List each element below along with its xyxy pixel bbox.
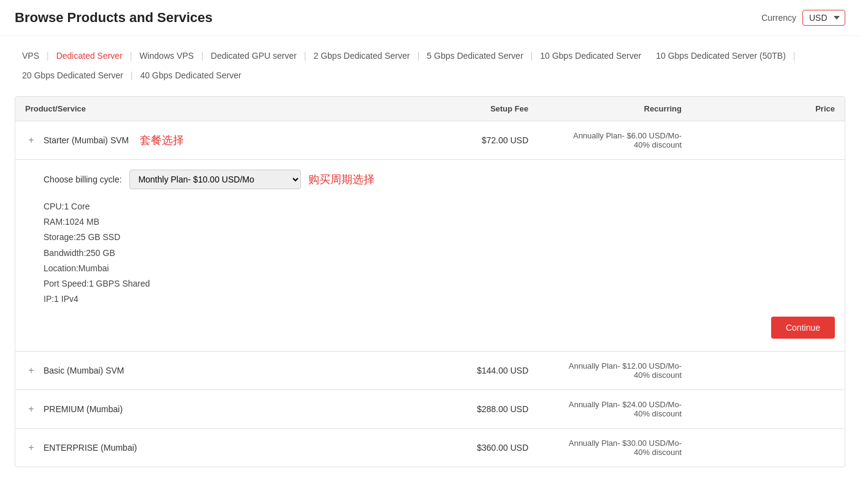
product-row-starter-main[interactable]: + Starter (Mumbai) SVM 套餐选择 $72.00 USD A…	[15, 121, 845, 159]
spec-ram: RAM:1024 MB	[44, 214, 835, 230]
product-row-starter: + Starter (Mumbai) SVM 套餐选择 $72.00 USD A…	[15, 121, 845, 352]
product-name-starter: Starter (Mumbai) SVM	[44, 135, 129, 145]
recurring-enterprise: Annually Plan- $30.00 USD/Mo-40% discoun…	[528, 438, 682, 457]
spec-bandwidth: Bandwidth:250 GB	[44, 246, 835, 261]
main-content: Product/Service Setup Fee Recurring Pric…	[0, 84, 860, 480]
product-row-basic: + Basic (Mumbai) SVM $144.00 USD Annuall…	[15, 352, 845, 390]
tab-10gbps-dedicated-server[interactable]: 10 Gbps Dedicated Server	[533, 47, 649, 64]
tab-5gbps-dedicated-server[interactable]: 5 Gbps Dedicated Server	[419, 47, 530, 64]
table-header: Product/Service Setup Fee Recurring Pric…	[15, 97, 845, 121]
tab-vps[interactable]: VPS	[15, 47, 47, 64]
page-header: Browse Products and Services Currency US…	[0, 0, 860, 36]
currency-wrapper: Currency USD EUR GBP CAD AUD	[761, 10, 845, 26]
spec-port-speed: Port Speed:1 GBPS Shared	[44, 276, 835, 291]
tab-windows-vps[interactable]: Windows VPS	[132, 47, 201, 64]
spec-ip: IP:1 IPv4	[44, 291, 835, 307]
billing-cycle-select[interactable]: Monthly Plan- $10.00 USD/Mo Annually Pla…	[129, 170, 301, 189]
tab-2gbps-dedicated-server[interactable]: 2 Gbps Dedicated Server	[306, 47, 417, 64]
product-row-premium-main[interactable]: + PREMIUM (Mumbai) $288.00 USD Annually …	[15, 390, 845, 428]
recurring-premium: Annually Plan- $24.00 USD/Mo-40% discoun…	[528, 400, 682, 418]
setup-fee-starter: $72.00 USD	[406, 135, 528, 145]
spec-list-starter: CPU:1 Core RAM:1024 MB Storage:25 GB SSD…	[44, 199, 835, 307]
col-setup-fee: Setup Fee	[406, 104, 528, 113]
currency-label: Currency	[761, 13, 796, 23]
page-title: Browse Products and Services	[15, 10, 213, 26]
tab-dedicated-server[interactable]: Dedicated Server	[49, 47, 130, 64]
product-row-premium: + PREMIUM (Mumbai) $288.00 USD Annually …	[15, 390, 845, 429]
col-product: Product/Service	[25, 104, 406, 113]
expand-icon-enterprise: +	[25, 442, 37, 453]
expand-icon-starter: +	[25, 135, 37, 146]
setup-fee-enterprise: $360.00 USD	[406, 443, 528, 453]
expand-icon-basic: +	[25, 365, 37, 376]
tab-dedicated-gpu-server[interactable]: Dedicated GPU server	[204, 47, 304, 64]
setup-fee-basic: $144.00 USD	[406, 366, 528, 375]
spec-storage: Storage:25 GB SSD	[44, 230, 835, 245]
product-name-enterprise: ENTERPRISE (Mumbai)	[44, 443, 137, 453]
package-annotation-starter: 套餐选择	[140, 133, 184, 148]
billing-cycle-label: Choose billing cycle:	[44, 175, 122, 184]
spec-cpu: CPU:1 Core	[44, 199, 835, 214]
tab-40gbps-dedicated-server[interactable]: 40 Gbps Dedicated Server	[133, 67, 249, 84]
spec-location: Location:Mumbai	[44, 261, 835, 276]
product-row-enterprise-main[interactable]: + ENTERPRISE (Mumbai) $360.00 USD Annual…	[15, 429, 845, 467]
col-price: Price	[682, 104, 835, 113]
products-table: Product/Service Setup Fee Recurring Pric…	[15, 96, 845, 467]
continue-button[interactable]: Continue	[771, 317, 835, 339]
product-row-basic-main[interactable]: + Basic (Mumbai) SVM $144.00 USD Annuall…	[15, 352, 845, 389]
setup-fee-premium: $288.00 USD	[406, 404, 528, 414]
product-row-starter-expanded: Choose billing cycle: Monthly Plan- $10.…	[15, 159, 845, 351]
expand-icon-premium: +	[25, 404, 37, 415]
nav-tabs: VPS | Dedicated Server | Windows VPS | D…	[0, 36, 860, 84]
col-recurring: Recurring	[528, 104, 682, 113]
product-name-premium: PREMIUM (Mumbai)	[44, 404, 123, 414]
product-name-basic: Basic (Mumbai) SVM	[44, 366, 124, 375]
recurring-basic: Annually Plan- $12.00 USD/Mo-40% discoun…	[528, 361, 682, 380]
product-row-enterprise: + ENTERPRISE (Mumbai) $360.00 USD Annual…	[15, 429, 845, 467]
currency-select[interactable]: USD EUR GBP CAD AUD	[802, 10, 845, 26]
tab-20gbps-dedicated-server[interactable]: 20 Gbps Dedicated Server	[15, 67, 131, 84]
billing-annotation: 购买周期选择	[308, 172, 375, 187]
tab-10gbps-dedicated-server-50tb[interactable]: 10 Gbps Dedicated Server (50TB)	[649, 47, 793, 64]
recurring-starter: Annually Plan- $6.00 USD/Mo-40% discount	[528, 131, 682, 149]
